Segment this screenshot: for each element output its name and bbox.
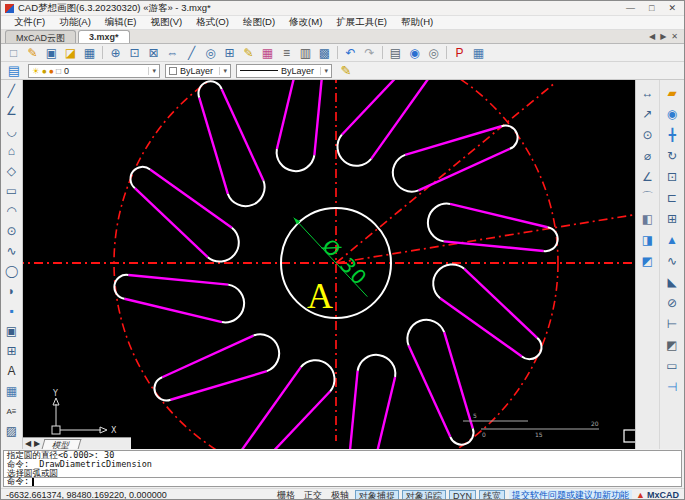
- draw-circle-icon[interactable]: ⊙: [1, 221, 21, 241]
- draw-ellipse-arc-icon[interactable]: ◗: [1, 281, 21, 301]
- tab-scroll-right-button[interactable]: ▶: [660, 32, 666, 41]
- zoom-in-icon[interactable]: ⊕: [106, 45, 125, 61]
- slot-inner-arc[interactable]: [407, 320, 444, 346]
- centerline[interactable]: [336, 82, 556, 263]
- dim-linear-icon[interactable]: ↔: [637, 82, 658, 103]
- draw-polygon-shape-icon[interactable]: ◇: [1, 161, 21, 181]
- slot-outer-arc[interactable]: [501, 125, 517, 148]
- dim-radius-icon[interactable]: ⊙: [637, 124, 658, 145]
- layer-select[interactable]: ☀●●□ 0 ▾: [28, 64, 160, 78]
- slot-inner-arc[interactable]: [253, 334, 279, 371]
- draw-arc-3pt-icon[interactable]: ◠: [1, 201, 21, 221]
- dim-arc-length-icon[interactable]: ⌒: [637, 187, 658, 208]
- toggle-ortho[interactable]: 正交: [301, 490, 325, 500]
- pencil-icon[interactable]: ✎: [337, 63, 355, 79]
- join-icon[interactable]: ⊣: [662, 376, 683, 397]
- slot-side-line[interactable]: [372, 377, 395, 449]
- save-style-icon[interactable]: ▩: [315, 45, 334, 61]
- slot-inner-arc[interactable]: [428, 204, 450, 242]
- save-icon[interactable]: ▣: [42, 45, 61, 61]
- color-select[interactable]: ByLayer ▾: [165, 64, 231, 78]
- insert-image-icon[interactable]: ▦: [469, 45, 488, 61]
- slot-side-line[interactable]: [243, 367, 301, 449]
- draw-polyline-icon[interactable]: ∠: [1, 101, 21, 121]
- block-tool-3-icon[interactable]: ◩: [637, 250, 658, 271]
- menu-item[interactable]: 编辑(E): [98, 16, 144, 29]
- zoom-scale-icon[interactable]: ⊞: [220, 45, 239, 61]
- toggle-grid[interactable]: 栅格: [274, 490, 298, 500]
- dim-aligned-icon[interactable]: ↗: [637, 103, 658, 124]
- zoom-extents-icon[interactable]: ⊠: [144, 45, 163, 61]
- erase-icon[interactable]: ▰: [662, 82, 683, 103]
- array-icon[interactable]: ⊞: [662, 208, 683, 229]
- minimize-button[interactable]: —: [626, 3, 635, 13]
- feedback-link[interactable]: 提交软件问题或建议加新功能: [509, 490, 632, 500]
- region-icon[interactable]: ▭: [662, 355, 683, 376]
- slot-outer-arc[interactable]: [198, 81, 221, 97]
- draw-point-icon[interactable]: ▪: [1, 301, 21, 321]
- slot-side-line[interactable]: [199, 98, 228, 194]
- slot-outer-arc[interactable]: [114, 275, 128, 299]
- rotate-icon[interactable]: ↻: [662, 145, 683, 166]
- offset-icon[interactable]: ⊏: [662, 187, 683, 208]
- palette-icon[interactable]: ▦: [258, 45, 277, 61]
- slot-inner-arc[interactable]: [222, 285, 244, 323]
- print-icon[interactable]: ▤: [386, 45, 405, 61]
- drawing-canvas[interactable]: Ø 30A501520YX ◀ ▶ 模型: [23, 80, 635, 449]
- menu-item[interactable]: 功能(A): [52, 16, 98, 29]
- slot-side-line[interactable]: [371, 80, 429, 159]
- slot-inner-arc[interactable]: [358, 355, 396, 377]
- slot-side-line[interactable]: [444, 241, 544, 251]
- toggle-lineweight[interactable]: 线宽: [479, 490, 505, 500]
- menu-item[interactable]: 帮助(H): [394, 16, 440, 29]
- mirror-icon[interactable]: ▲: [662, 229, 683, 250]
- slot-inner-arc[interactable]: [301, 360, 335, 391]
- menu-item[interactable]: 格式(O): [189, 16, 236, 29]
- slot-side-line[interactable]: [464, 269, 537, 338]
- slot-outer-arc[interactable]: [130, 167, 150, 188]
- menu-item[interactable]: 修改(M): [282, 16, 329, 29]
- close-button[interactable]: ✕: [668, 3, 676, 13]
- slot-outer-arc[interactable]: [522, 338, 542, 359]
- extend-icon[interactable]: ⊢: [662, 313, 683, 334]
- draw-arc-icon[interactable]: ◡: [1, 121, 21, 141]
- scale-icon[interactable]: ⊡: [662, 166, 683, 187]
- command-history[interactable]: 指定圆的直径<6.000>: 30命令: _DrawDiametricDimen…: [3, 450, 682, 478]
- tab-mxcad-cloud[interactable]: MxCAD云图: [5, 30, 76, 43]
- trim-icon[interactable]: ⊘: [662, 292, 683, 313]
- slot-side-line[interactable]: [444, 332, 473, 428]
- menu-item[interactable]: 扩展工具(E): [329, 16, 394, 29]
- open-web-icon[interactable]: ◎: [424, 45, 443, 61]
- block-tool-1-icon[interactable]: ◧: [637, 208, 658, 229]
- text-format-icon[interactable]: ≡: [277, 45, 296, 61]
- draw-line-icon[interactable]: ╱: [1, 81, 21, 101]
- tab-current-drawing[interactable]: 3.mxg*: [78, 30, 130, 43]
- layer-color-icon[interactable]: □: [56, 67, 61, 75]
- slot-side-line[interactable]: [440, 298, 522, 356]
- open-folder-icon[interactable]: ◪: [61, 45, 80, 61]
- dim-angular-icon[interactable]: ∠: [637, 166, 658, 187]
- slot-inner-arc[interactable]: [433, 264, 464, 298]
- menu-item[interactable]: 文件(F): [7, 16, 52, 29]
- slot-side-line[interactable]: [124, 299, 222, 322]
- zoom-window-icon[interactable]: ⊡: [125, 45, 144, 61]
- block-tool-2-icon[interactable]: ◨: [637, 229, 658, 250]
- toggle-dyn[interactable]: DYN: [449, 490, 476, 500]
- slot-side-line[interactable]: [342, 80, 411, 135]
- slot-inner-arc[interactable]: [208, 228, 239, 262]
- copy-icon[interactable]: ◉: [662, 103, 683, 124]
- save-all-icon[interactable]: ▦: [80, 45, 99, 61]
- chevron-down-icon[interactable]: ▾: [320, 67, 328, 75]
- draw-text-icon[interactable]: A: [1, 361, 21, 381]
- chamfer-icon[interactable]: ◣: [662, 271, 683, 292]
- toggle-polar[interactable]: 极轴: [328, 490, 352, 500]
- layer-manager-icon[interactable]: ▤: [5, 63, 23, 79]
- insert-block-icon[interactable]: ⊞: [1, 341, 21, 361]
- draw-spline-icon[interactable]: ∿: [1, 241, 21, 261]
- redo-icon[interactable]: ↷: [360, 45, 379, 61]
- layout-scroll-left-button[interactable]: ◀: [25, 439, 31, 448]
- slot-side-line[interactable]: [314, 80, 324, 155]
- tab-scroll-left-button[interactable]: ◀: [649, 32, 655, 41]
- publish-web-icon[interactable]: ◉: [405, 45, 424, 61]
- zoom-object-icon[interactable]: ◎: [201, 45, 220, 61]
